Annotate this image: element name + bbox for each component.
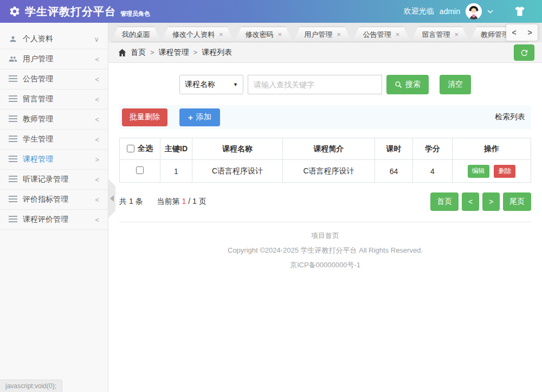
next-page-button[interactable]: > [482,192,500,211]
table-header-row: 全选 主键ID 课程名称 课程简介 课时 学分 操作 [120,138,531,160]
tab-scroll-right-icon[interactable]: > [525,28,534,37]
refresh-button[interactable] [514,44,534,61]
header-id: 主键ID [160,138,192,160]
tab-message-mgmt[interactable]: 留言管理 × [411,27,469,42]
sidebar-item-teacher-mgmt[interactable]: 教师管理 < [0,110,108,130]
chevron-left-icon: < [95,75,99,83]
sidebar-item-notice-mgmt[interactable]: 公告管理 < [0,69,108,89]
page-separator: / [188,197,190,205]
tab-label: 修改密码 [246,30,274,40]
list-title: 检索列表 [495,112,528,122]
row-course-intro: C语言程序设计 [283,160,375,183]
batch-delete-button[interactable]: 批量删除 [122,108,167,126]
tab-close-icon[interactable]: × [454,31,459,38]
tab-close-icon[interactable]: × [219,31,223,38]
edit-button[interactable]: 编辑 [468,165,489,178]
course-table: 全选 主键ID 课程名称 课程简介 课时 学分 操作 [119,138,531,183]
tab-label: 用户管理 [304,30,332,40]
breadcrumb-level2: 课程列表 [202,48,232,57]
table-toolbar: 批量删除 + 添加 检索列表 [119,105,531,129]
sidebar-item-eval-indicator-mgmt[interactable]: 评价指标管理 < [0,190,108,210]
tab-scroll-controls: < > [506,24,538,41]
chevron-right-icon: > [95,156,99,164]
chevron-left-icon: < [95,95,99,104]
sidebar-item-label: 听课记录管理 [23,175,68,184]
tab-label: 公告管理 [363,30,391,40]
avatar[interactable] [466,3,482,20]
chevron-left-icon: < [95,55,99,63]
select-all-checkbox[interactable] [127,145,134,152]
select-all-label: 全选 [138,144,153,153]
tab-label: 修改个人资料 [172,30,215,40]
page-footer: 项目首页 Copyright ©2024-2025 学生评教打分平台 All R… [119,231,531,270]
list-icon [9,135,17,144]
search-button-label: 搜索 [405,80,421,89]
collapse-left-icon [110,195,114,202]
batch-delete-label: 批量删除 [130,112,160,122]
keyword-input[interactable] [248,75,382,94]
welcome-text: 欢迎光临 [404,7,434,16]
last-page-button[interactable]: 尾页 [503,192,531,211]
sidebar-item-label: 留言管理 [23,94,53,104]
list-icon [9,195,17,204]
brand: 学生评教打分平台 管理员角色 [9,4,150,19]
user-area: 欢迎光临 admin [404,3,533,20]
tab-edit-profile[interactable]: 修改个人资料 × [162,27,234,42]
chevron-down-icon[interactable] [487,10,493,14]
chevron-left-icon: < [95,136,99,144]
list-icon [9,115,17,124]
add-button[interactable]: + 添加 [179,108,220,126]
status-link-preview: javascript:void(0); [0,380,62,392]
footer-copyright: Copyright ©2024-2025 学生评教打分平台 All Rights… [119,246,531,255]
sidebar-item-user-mgmt[interactable]: 用户管理 < [0,49,108,69]
breadcrumb-level1[interactable]: 课程管理 [159,48,189,57]
selected-category: 课程名称 [185,80,215,89]
tab-close-icon[interactable]: × [278,31,282,38]
row-checkbox[interactable] [136,166,144,174]
content-panel: 课程名称 ▼ 搜索 清空 批量删除 + [108,63,542,270]
search-button[interactable]: 搜索 [386,75,429,94]
sidebar-item-profile[interactable]: 个人资料 ∨ [0,29,108,49]
sidebar-item-student-mgmt[interactable]: 学生管理 < [0,130,108,150]
sidebar-item-message-mgmt[interactable]: 留言管理 < [0,89,108,110]
app-title: 学生评教打分平台 [25,4,116,19]
page-suffix: 页 [199,197,207,205]
footer-icp: 京ICP备00000000号-1 [119,260,531,270]
footer-home-link[interactable]: 项目首页 [119,231,531,241]
tab-close-icon[interactable]: × [396,31,400,38]
list-icon [9,175,17,184]
delete-button[interactable]: 删除 [494,165,515,178]
current-page-text: 当前第 1 / 1 页 [157,197,207,207]
tab-user-mgmt[interactable]: 用户管理 × [293,27,352,42]
search-category-select[interactable]: 课程名称 ▼ [179,75,243,94]
sidebar-item-label: 课程评价管理 [23,215,68,224]
header-hours: 课时 [375,138,413,160]
tab-label: 留言管理 [422,30,450,40]
sidebar-item-label: 教师管理 [23,114,53,124]
list-icon [9,215,17,224]
current-page-prefix: 当前第 [157,197,180,205]
sidebar-item-course-mgmt[interactable]: 课程管理 > [0,150,108,170]
tab-change-password[interactable]: 修改密码 × [235,27,293,42]
list-icon [9,75,17,83]
username[interactable]: admin [440,7,460,16]
sidebar-item-lecture-record-mgmt[interactable]: 听课记录管理 < [0,170,108,190]
tab-scroll-left-icon[interactable]: < [509,28,518,37]
chevron-left-icon: < [95,176,99,184]
tab-close-icon[interactable]: × [337,31,341,38]
search-bar: 课程名称 ▼ 搜索 清空 [119,75,531,94]
theme-tshirt-icon[interactable] [514,6,526,17]
prev-page-button[interactable]: < [462,192,479,211]
gear-icon [9,5,21,17]
first-page-button[interactable]: 首页 [430,192,459,211]
breadcrumb-home[interactable]: 首页 [131,48,146,57]
tab-notice-mgmt[interactable]: 公告管理 × [352,27,411,42]
app-window: 学生评教打分平台 管理员角色 欢迎光临 admin 个人资料 ∨ [0,0,542,392]
select-caret-icon: ▼ [233,82,238,87]
header-credits: 学分 [413,138,453,160]
user-icon [9,35,17,43]
tab-my-desktop[interactable]: 我的桌面 [111,27,161,42]
chevron-left-icon: < [95,115,99,124]
clear-button[interactable]: 清空 [440,75,471,94]
sidebar-item-course-eval-mgmt[interactable]: 课程评价管理 < [0,210,108,230]
